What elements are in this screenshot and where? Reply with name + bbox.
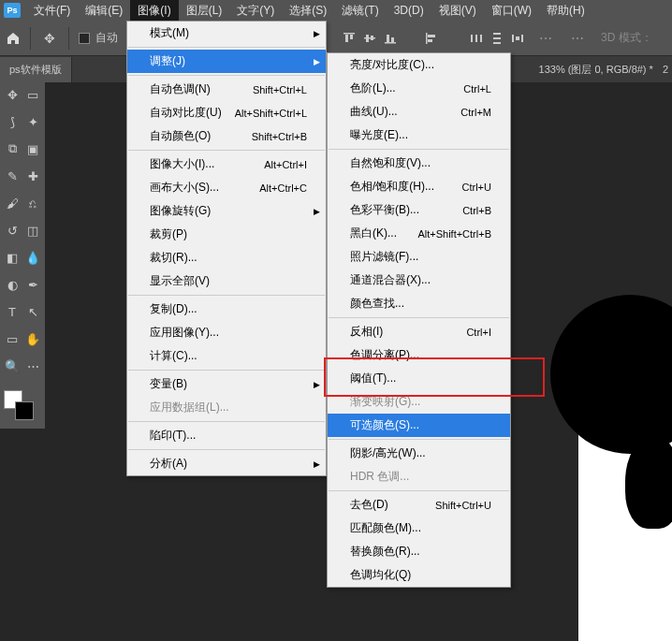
menu-separator (128, 295, 325, 296)
adjustments-menu-item[interactable]: 阈值(T)... (328, 367, 510, 390)
menu-item-label: 应用数据组(L)... (150, 400, 229, 415)
image-menu-item[interactable]: 调整(J)▶ (127, 50, 326, 73)
menu-item-label: 陷印(T)... (150, 428, 196, 444)
adjustments-menu-item[interactable]: 替换颜色(R)... (328, 540, 510, 563)
type-tool-icon[interactable]: T (2, 301, 22, 322)
image-menu-item[interactable]: 显示全部(V) (127, 270, 326, 293)
adjustments-menu-item[interactable]: 颜色查找... (328, 292, 510, 315)
distribute-v-icon[interactable] (487, 29, 507, 48)
lasso-tool-icon[interactable]: ⟆ (2, 111, 22, 132)
menu-shortcut: Ctrl+U (462, 182, 491, 193)
adjustments-menu-item[interactable]: 曲线(U)...Ctrl+M (328, 100, 510, 124)
menu-view[interactable]: 视图(V) (431, 0, 484, 22)
path-tool-icon[interactable]: ↖ (22, 301, 43, 322)
adjustments-menu-item[interactable]: 亮度/对比度(C)... (328, 53, 510, 77)
eyedropper-tool-icon[interactable]: ✎ (2, 166, 22, 186)
distribute-hspace-icon[interactable] (507, 29, 528, 48)
move-tool-icon[interactable]: ✥ (40, 27, 59, 50)
hand-tool-icon[interactable]: ✋ (22, 328, 43, 349)
document-title[interactable]: 133% (图层 0, RGB/8#) * (539, 63, 653, 77)
menu-select[interactable]: 选择(S) (282, 0, 334, 22)
canvas[interactable] (578, 323, 672, 641)
menu-type[interactable]: 文字(Y) (229, 0, 282, 22)
wand-tool-icon[interactable]: ✦ (22, 111, 43, 132)
frame-tool-icon[interactable]: ▣ (22, 138, 43, 159)
distribute-h-icon[interactable] (466, 29, 487, 48)
image-menu-item[interactable]: 分析(A)▶ (127, 452, 326, 475)
menu-window[interactable]: 窗口(W) (484, 0, 539, 22)
eraser-tool-icon[interactable]: ◫ (22, 220, 43, 240)
align-vcenter-icon[interactable] (359, 29, 380, 48)
align-left-icon[interactable] (421, 29, 442, 48)
adjustments-menu-item[interactable]: 通道混合器(X)... (328, 269, 510, 292)
menu-item-label: 渐变映射(G)... (350, 394, 420, 410)
background-color[interactable] (15, 401, 34, 420)
stamp-tool-icon[interactable]: ⎌ (22, 193, 43, 213)
adjustments-menu-item[interactable]: 色相/饱和度(H)...Ctrl+U (328, 175, 510, 198)
menu-item-label: 显示全部(V) (150, 273, 210, 289)
auto-select-checkbox[interactable] (79, 33, 90, 44)
image-menu-item[interactable]: 应用图像(Y)... (127, 321, 326, 344)
menu-image[interactable]: 图像(I) (130, 0, 178, 22)
menu-layer[interactable]: 图层(L) (179, 0, 230, 22)
menu-3d[interactable]: 3D(D) (387, 1, 431, 20)
image-menu-item[interactable]: 自动对比度(U)Alt+Shift+Ctrl+L (127, 101, 326, 124)
edit-toolbar-icon[interactable]: ⋯ (22, 356, 43, 376)
color-swatches[interactable] (2, 388, 43, 420)
menu-file[interactable]: 文件(F) (26, 0, 78, 22)
adjustments-menu-item[interactable]: 色调分离(P)... (328, 343, 510, 367)
image-content (550, 295, 672, 454)
blur-tool-icon[interactable]: 💧 (22, 247, 43, 268)
crop-tool-icon[interactable]: ⧉ (2, 138, 22, 159)
zoom-tool-icon[interactable]: 🔍 (2, 356, 22, 376)
dodge-tool-icon[interactable]: ◐ (2, 274, 22, 295)
image-menu-item[interactable]: 自动色调(N)Shift+Ctrl+L (127, 78, 326, 101)
pen-tool-icon[interactable]: ✒ (22, 274, 43, 295)
marquee-tool-icon[interactable]: ▭ (22, 84, 43, 105)
overflow-icon[interactable]: ⋯ (565, 31, 592, 46)
brush-tool-icon[interactable]: 🖌 (2, 193, 22, 213)
menu-filter[interactable]: 滤镜(T) (334, 0, 386, 22)
image-menu-item[interactable]: 模式(M)▶ (127, 22, 326, 45)
adjustments-menu-item[interactable]: 匹配颜色(M)... (328, 517, 510, 540)
adjustments-menu-item[interactable]: 色彩平衡(B)...Ctrl+B (328, 198, 510, 222)
adjustments-menu-item[interactable]: 去色(D)Shift+Ctrl+U (328, 493, 510, 517)
home-icon[interactable] (6, 31, 21, 46)
image-menu-item[interactable]: 计算(C)... (127, 344, 326, 368)
adjustments-menu-item[interactable]: 黑白(K)...Alt+Shift+Ctrl+B (328, 222, 510, 245)
shape-tool-icon[interactable]: ▭ (2, 328, 22, 349)
image-menu-item[interactable]: 画布大小(S)...Alt+Ctrl+C (127, 176, 326, 199)
healing-tool-icon[interactable]: ✚ (22, 166, 43, 186)
gradient-tool-icon[interactable]: ◧ (2, 247, 22, 268)
menu-edit[interactable]: 编辑(E) (78, 0, 130, 22)
menu-help[interactable]: 帮助(H) (539, 0, 592, 22)
image-menu-item[interactable]: 陷印(T)... (127, 424, 326, 447)
adjustments-menu-item[interactable]: 色阶(L)...Ctrl+L (328, 77, 510, 100)
move-tool-icon[interactable]: ✥ (2, 84, 22, 105)
menu-item-label: 模式(M) (150, 25, 189, 41)
document-tab[interactable]: ps软件模版 (0, 57, 72, 82)
more-options-icon[interactable]: ⋯ (533, 31, 560, 46)
adjustments-menu-item[interactable]: 反相(I)Ctrl+I (328, 320, 510, 343)
adjustments-menu-item[interactable]: 自然饱和度(V)... (328, 152, 510, 175)
image-menu-item[interactable]: 图像旋转(G)▶ (127, 199, 326, 223)
image-menu-item[interactable]: 自动颜色(O)Shift+Ctrl+B (127, 124, 326, 148)
menu-shortcut: Alt+Shift+Ctrl+L (235, 108, 307, 119)
align-bottom-icon[interactable] (380, 29, 401, 48)
image-menu-item[interactable]: 图像大小(I)...Alt+Ctrl+I (127, 153, 326, 176)
image-menu-item[interactable]: 复制(D)... (127, 298, 326, 321)
adjustments-menu-item[interactable]: 可选颜色(S)... (328, 414, 510, 437)
image-menu-item[interactable]: 裁切(R)... (127, 246, 326, 270)
adjustments-menu-item[interactable]: 照片滤镜(F)... (328, 245, 510, 269)
image-menu-item[interactable]: 变量(B)▶ (127, 372, 326, 396)
align-top-icon[interactable] (339, 29, 359, 48)
svg-rect-3 (364, 37, 375, 39)
image-menu-item[interactable]: 裁剪(P) (127, 223, 326, 246)
adjustments-menu-item[interactable]: 阴影/高光(W)... (328, 442, 510, 465)
menu-item-label: 匹配颜色(M)... (350, 520, 421, 536)
menu-item-label: 阈值(T)... (350, 371, 396, 386)
adjustments-menu-item[interactable]: 曝光度(E)... (328, 124, 510, 147)
history-brush-icon[interactable]: ↺ (2, 220, 22, 240)
adjustments-menu-item[interactable]: 色调均化(Q) (328, 563, 510, 587)
menu-item-label: 色相/饱和度(H)... (350, 179, 434, 195)
